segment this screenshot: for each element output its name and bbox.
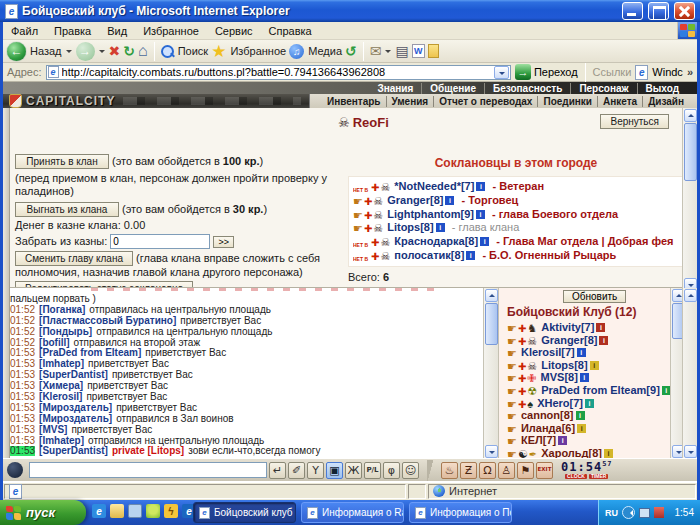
scope-button[interactable]: φ (383, 462, 400, 479)
user-name[interactable]: Litops (541, 359, 574, 371)
show-desktop-icon[interactable] (128, 504, 142, 518)
forward-dropdown-icon[interactable] (99, 50, 105, 56)
exit-button[interactable]: EXIT (536, 462, 553, 479)
user-name[interactable]: PraDed from Elteam (541, 384, 646, 396)
minimize-button[interactable] (622, 2, 643, 20)
media-label[interactable]: Медиа (308, 45, 342, 57)
maximize-button[interactable] (648, 2, 669, 20)
media-icon[interactable]: ♫ (289, 44, 304, 59)
message-author[interactable]: Klerosil (39, 392, 82, 402)
language-indicator[interactable]: RU (605, 508, 618, 518)
address-dropdown-icon[interactable] (494, 66, 509, 79)
info-badge[interactable]: i (445, 196, 454, 205)
user-name[interactable]: Aktivity (541, 321, 581, 333)
screen-button[interactable]: ▣ (326, 462, 343, 479)
menu-item[interactable]: Справка (261, 24, 320, 38)
favorites-star-icon[interactable]: ★ (211, 43, 226, 60)
guard-button[interactable]: ♙ (498, 462, 515, 479)
chat-input[interactable] (29, 462, 267, 478)
edit-word-icon[interactable]: W (412, 44, 425, 58)
back-dropdown-icon[interactable] (66, 50, 72, 56)
clanmate-name[interactable]: полосатик (394, 249, 451, 261)
clanmate-name[interactable]: Краснодарка (394, 235, 464, 247)
page-scrollbar[interactable] (682, 108, 697, 292)
message-author[interactable]: Мироздатель (39, 403, 112, 413)
search-icon[interactable] (161, 45, 174, 58)
refresh-button[interactable]: Обновить (563, 290, 626, 303)
more-chevron-icon[interactable]: » (687, 66, 693, 78)
icq-icon[interactable] (146, 504, 160, 518)
menu-item[interactable]: Вид (99, 24, 135, 38)
translit-button[interactable]: P/L (364, 462, 381, 479)
site-nav-link[interactable]: Общение (421, 83, 484, 94)
user-name[interactable]: XHero (537, 397, 569, 409)
close-button[interactable] (674, 2, 695, 20)
info-badge[interactable]: i (466, 251, 475, 260)
chat-scrollbar[interactable] (483, 288, 498, 458)
message-author[interactable]: Химера (39, 381, 83, 391)
accept-to-clan-button[interactable]: Принять в клан (15, 154, 109, 169)
clock-tag[interactable]: CLOCK (565, 474, 587, 479)
filter-button[interactable]: Y (307, 462, 324, 479)
site-nav-link[interactable]: Дизайн (642, 96, 689, 107)
favorites-label[interactable]: Избранное (230, 45, 286, 57)
potion-button[interactable]: ♨ (441, 462, 458, 479)
menu-item[interactable]: Сервис (207, 24, 261, 38)
mail-dropdown-icon[interactable] (385, 50, 391, 56)
user-name[interactable]: MVS (541, 371, 565, 383)
kick-from-clan-button[interactable]: Выгнать из клана (15, 202, 119, 217)
user-name[interactable]: Granger (541, 334, 584, 346)
eraser-button[interactable]: ✐ (288, 462, 305, 479)
site-nav-link[interactable]: Персонаж (570, 83, 636, 94)
task-button[interactable]: e Информация о Ramb... (301, 502, 404, 523)
site-nav-link[interactable]: Выход (637, 83, 687, 94)
page-scrollbar-bottom[interactable] (682, 288, 697, 458)
info-badge[interactable]: i (558, 436, 567, 445)
menu-item[interactable]: Правка (46, 24, 99, 38)
print-icon[interactable]: ▤ (395, 44, 408, 58)
stop-icon[interactable]: ✖ (109, 44, 121, 58)
change-head-button[interactable]: Сменить главу клана (15, 251, 133, 266)
address-input[interactable] (62, 66, 491, 79)
refresh-icon[interactable]: ↻ (123, 44, 135, 58)
folder-icon[interactable] (110, 504, 124, 518)
go-arrow-icon[interactable]: → (515, 64, 531, 80)
site-nav-link[interactable]: Безопасность (484, 83, 570, 94)
clanmate-name[interactable]: Lightphantom (387, 208, 460, 220)
user-name[interactable]: Харольд (541, 447, 588, 458)
scroll-thumb[interactable] (684, 123, 697, 181)
info-badge[interactable]: i (476, 210, 485, 219)
user-name[interactable]: Иланда (521, 422, 562, 434)
forward-icon[interactable]: → (76, 42, 95, 61)
links-label[interactable]: Ссылки (593, 66, 632, 78)
return-button[interactable]: Вернуться (600, 114, 669, 129)
timer-tag[interactable]: TIMER (589, 474, 609, 479)
menu-item[interactable]: Избранное (135, 24, 207, 38)
smiley-button[interactable]: ☺ (402, 462, 419, 479)
task-button[interactable]: e Информация о Позн... (409, 502, 512, 523)
back-label[interactable]: Назад (30, 45, 62, 57)
user-name[interactable]: Klerosil (521, 346, 561, 358)
go-label[interactable]: Переход (534, 66, 578, 78)
message-author[interactable]: Мироздатель (39, 414, 112, 424)
message-author[interactable]: Imhatep (39, 436, 84, 446)
winamp-icon[interactable]: ϟ (164, 504, 178, 518)
info-badge[interactable]: i (436, 223, 445, 232)
message-author[interactable]: Imhatep (39, 359, 84, 369)
message-author[interactable]: PraDed from Elteam (39, 348, 141, 358)
site-nav-link[interactable]: Умения (386, 96, 434, 107)
site-nav-link[interactable]: Инвентарь (322, 96, 386, 107)
scroll-up-icon[interactable] (684, 289, 697, 302)
message-author[interactable]: SuperDantist (39, 370, 108, 380)
site-nav-link[interactable]: Отчет о переводах (433, 96, 537, 107)
info-badge[interactable]: i (480, 237, 489, 246)
info-badge[interactable]: i (590, 361, 599, 370)
search-label[interactable]: Поиск (178, 45, 208, 57)
message-author[interactable]: bofill (39, 338, 70, 348)
info-badge[interactable]: i (476, 182, 485, 191)
task-label[interactable]: Информация о Ramb... (322, 507, 404, 518)
info-badge[interactable]: i (576, 411, 585, 420)
withdraw-input[interactable] (110, 234, 210, 249)
info-badge[interactable]: i (577, 348, 586, 357)
task-label[interactable]: Информация о Позн... (430, 507, 512, 518)
